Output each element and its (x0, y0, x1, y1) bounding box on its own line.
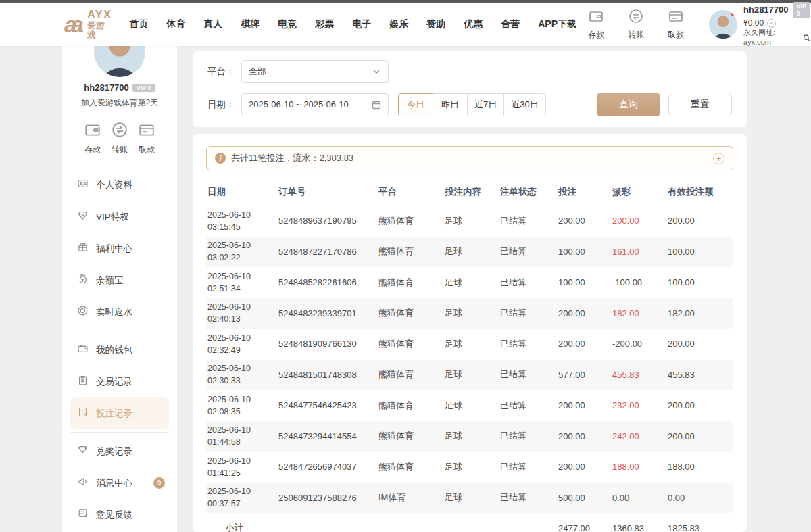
sidebar-item-prize[interactable]: 兑奖记录 (70, 435, 169, 467)
cell-order: 5248483239339701 (277, 308, 377, 318)
col-header-2: 订单号 (277, 186, 377, 198)
range-button-1[interactable]: 今日 (398, 93, 433, 116)
sidebar-item-rebate[interactable]: 实时返水 (70, 296, 169, 328)
nav-item-5[interactable]: 电竞 (278, 18, 297, 30)
user-avatar[interactable] (709, 10, 737, 39)
nav-item-12[interactable]: APP下载 (538, 18, 576, 30)
table-row: 2025-06-1000:37:572506091237588276IM体育足球… (206, 483, 733, 514)
cell-bet: 200.00 (557, 216, 611, 226)
platform-selected-value: 全部 (249, 66, 372, 78)
col-header-3: 平台 (377, 186, 443, 198)
main-column: 平台： 全部 日期： 2025-06-10 ~ 2025-06-10 今日昨日近… (193, 46, 747, 532)
cell-content: 足球 (443, 245, 499, 258)
cell-payout: 182.00 (611, 308, 666, 318)
range-button-4[interactable]: 近30日 (503, 93, 545, 116)
cell-valid: 0.00 (666, 493, 732, 503)
cell-content: 足球 (443, 215, 499, 227)
nav-action-wallet[interactable]: 存款 (576, 8, 616, 41)
chevron-down-icon (372, 67, 381, 76)
range-button-3[interactable]: 近7日 (467, 93, 504, 116)
nav-action-label: 存款 (588, 29, 604, 41)
logo-en: AYX (87, 9, 112, 21)
cell-status: 已结算 (499, 461, 557, 473)
sidebar-item-profile[interactable]: 个人资料 (70, 169, 169, 201)
logo-monogram-icon: aa (64, 13, 83, 36)
nav-action-transfer[interactable]: 转账 (616, 8, 656, 41)
sidebar-item-mywallet[interactable]: 我的钱包 (70, 334, 169, 366)
sidebar-item-message[interactable]: 消息中心9 (70, 467, 169, 499)
nav-item-9[interactable]: 赞助 (426, 18, 445, 30)
cell-order: 5248487227170786 (277, 247, 377, 257)
balance-chevron-icon[interactable] (767, 19, 776, 28)
sidebar-avatar[interactable] (94, 46, 145, 77)
sidebar-item-feedback[interactable]: 意见反馈 (70, 499, 169, 531)
side-action-label: 存款 (84, 144, 101, 155)
cell-order: 2506091237588276 (277, 493, 377, 503)
reset-button[interactable]: 重置 (668, 93, 732, 116)
side-action-card[interactable]: 取款 (138, 121, 155, 155)
subtotal-content-dash: —— (443, 523, 499, 532)
table-row: 2025-06-1002:51:345248485282261606熊猫体育足球… (206, 267, 733, 298)
magnifier-icon[interactable] (803, 34, 810, 42)
bets-icon (77, 406, 89, 420)
sidebar-avatar-photo-icon (94, 46, 145, 77)
nav-item-3[interactable]: 真人 (203, 18, 222, 30)
nav-action-card[interactable]: 取款 (656, 8, 695, 41)
cell-content: 足球 (443, 400, 499, 412)
user-name: hh2817700 (743, 5, 789, 16)
summary-bar: i 共计11笔投注，流水：2,303.83 + (206, 146, 733, 170)
wallet-icon (84, 121, 101, 141)
yuebao-icon (77, 273, 89, 287)
navbar: aa AYX 爱游戏 首页体育真人棋牌电竞彩票电子娱乐赞助优惠合营APP下载 存… (0, 3, 811, 46)
col-header-4: 投注内容 (443, 186, 499, 198)
cell-order: 5248481501748308 (277, 370, 377, 380)
range-button-2[interactable]: 昨日 (433, 93, 468, 116)
main-nav: 首页体育真人棋牌电竞彩票电子娱乐赞助优惠合营APP下载 (129, 18, 576, 30)
cell-order: 5248473294414554 (277, 431, 377, 441)
cell-payout: 242.00 (611, 431, 666, 441)
cell-platform: 熊猫体育 (377, 338, 443, 350)
side-action-wallet[interactable]: 存款 (84, 121, 101, 155)
subtotal-platform-dash: —— (377, 523, 443, 532)
notification-dot-icon (731, 11, 735, 16)
cell-payout: 188.00 (611, 462, 666, 472)
nav-item-10[interactable]: 优惠 (464, 18, 483, 30)
table-row: 2025-06-1002:30:335248481501748308熊猫体育足球… (206, 360, 733, 391)
nav-item-7[interactable]: 电子 (352, 18, 371, 30)
col-header-6: 投注 (557, 186, 611, 198)
table-row: 2025-06-1001:44:585248473294414554熊猫体育足球… (206, 421, 733, 452)
cell-payout: 232.00 (611, 400, 666, 410)
nav-item-8[interactable]: 娱乐 (389, 18, 408, 30)
date-range-input[interactable]: 2025-06-10 ~ 2025-06-10 (241, 93, 389, 116)
nav-item-6[interactable]: 彩票 (315, 18, 334, 30)
sidebar: hh2817700 VIP 0 加入爱游戏体育第2天 存款转账取款 个人资料VI… (62, 46, 177, 532)
sidebar-item-vip[interactable]: VIP特权 (70, 201, 169, 233)
cell-date: 2025-06-1001:44:58 (206, 424, 277, 448)
sidebar-item-welfare[interactable]: 福利中心 (70, 233, 169, 264)
cell-valid: 200.00 (666, 400, 732, 410)
cell-platform: 熊猫体育 (377, 461, 443, 473)
nav-action-label: 取款 (668, 29, 684, 41)
expand-plus-icon[interactable]: + (713, 153, 724, 164)
nav-item-1[interactable]: 首页 (129, 18, 148, 30)
site-url: 永久网址: ayx.com (743, 28, 802, 47)
sidebar-item-transactions[interactable]: 交易记录 (70, 366, 169, 397)
nav-quick-actions: 存款转账取款 (576, 8, 695, 41)
subtotal-row: 小计 —— —— 2477.00 1360.83 1825.83 (206, 513, 733, 532)
subtotal-label: 小计 (206, 522, 277, 532)
brand-logo[interactable]: aa AYX 爱游戏 (64, 9, 112, 39)
nav-item-11[interactable]: 合营 (501, 18, 520, 30)
cell-date: 2025-06-1002:08:35 (206, 393, 277, 418)
nav-item-4[interactable]: 棋牌 (241, 18, 260, 30)
side-action-transfer[interactable]: 转账 (111, 121, 128, 155)
nav-item-2[interactable]: 体育 (166, 18, 185, 30)
prize-icon (77, 444, 89, 458)
sidebar-item-yuebao[interactable]: 余额宝 (70, 264, 169, 296)
cell-payout: 161.00 (611, 247, 666, 257)
cell-platform: 熊猫体育 (377, 276, 443, 289)
cell-content: 足球 (443, 368, 499, 381)
platform-select[interactable]: 全部 (241, 60, 389, 83)
search-button[interactable]: 查询 (597, 93, 660, 116)
feedback-icon (77, 508, 89, 522)
sidebar-item-bets[interactable]: 投注记录 (70, 397, 169, 429)
